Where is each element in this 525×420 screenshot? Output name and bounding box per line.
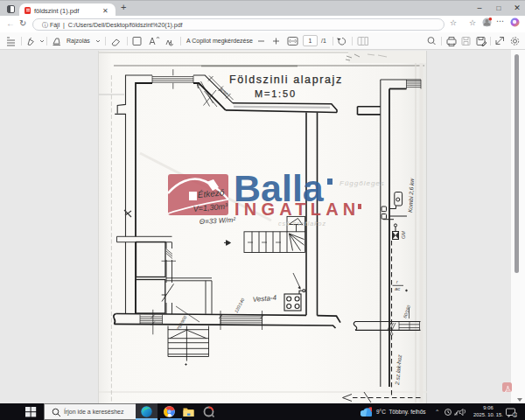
svg-text:GM: GM xyxy=(401,231,406,239)
svg-text:750/900: 750/900 xyxy=(176,315,188,332)
svg-text:r: r xyxy=(396,279,398,284)
svg-text:Θ=33 W/m²: Θ=33 W/m² xyxy=(200,216,236,226)
svg-text:ac: ac xyxy=(395,286,400,291)
svg-text:cső csatlakoz: cső csatlakoz xyxy=(278,220,326,227)
svg-text:120/140: 120/140 xyxy=(234,298,246,314)
svg-text:60/160: 60/160 xyxy=(402,304,411,319)
svg-text:Kombi 2,6 kw: Kombi 2,6 kw xyxy=(407,177,415,213)
svg-text:M=1:50: M=1:50 xyxy=(255,88,297,99)
svg-text:Vesta-4: Vesta-4 xyxy=(252,294,277,304)
svg-text:V=1,30m³: V=1,30m³ xyxy=(192,202,228,214)
svg-text:6/90: 6/90 xyxy=(219,87,228,96)
svg-text:Étkező: Étkező xyxy=(197,186,225,200)
svg-text:1: 1 xyxy=(514,411,516,416)
svg-text:Függőleges: Függőleges xyxy=(340,179,385,187)
svg-text:Földszinli alaprajz: Földszinli alaprajz xyxy=(229,74,343,86)
svg-text:2.sz.lak-hoz: 2.sz.lak-hoz xyxy=(394,354,402,386)
